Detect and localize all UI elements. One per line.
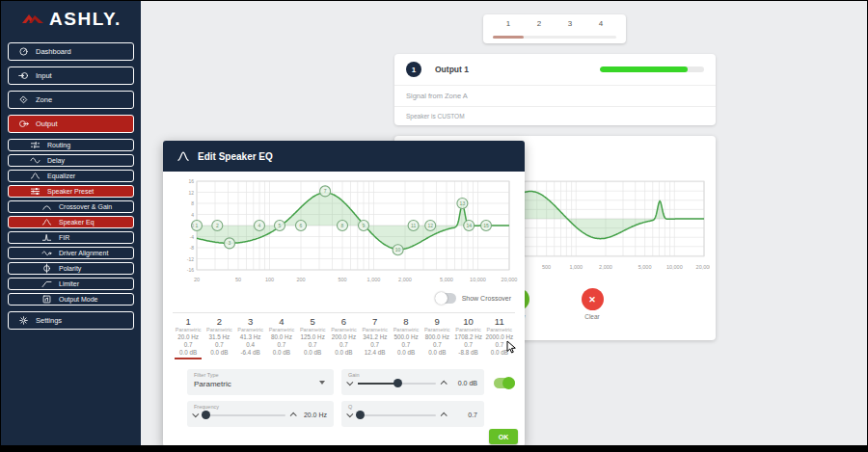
ok-button[interactable]: OK bbox=[489, 429, 518, 444]
band-type: Parametric bbox=[173, 327, 203, 333]
frequency-slider-knob[interactable] bbox=[202, 411, 210, 419]
band-frequency: 20.0 Hz bbox=[173, 333, 203, 341]
svg-text:15: 15 bbox=[483, 223, 489, 228]
svg-text:7: 7 bbox=[324, 188, 327, 194]
eq-handle-15[interactable]: 15 bbox=[481, 221, 492, 231]
eq-handle-11[interactable]: 11 bbox=[408, 221, 419, 231]
eq-band-10[interactable]: 10Parametric1708.2 Hz0.7-8.8 dB bbox=[452, 316, 483, 359]
eq-handle-5[interactable]: 5 bbox=[275, 221, 285, 231]
sidebar-item-label: Speaker Eq bbox=[59, 219, 95, 226]
sidebar-item-label: Output Mode bbox=[59, 296, 97, 303]
band-frequency: 1708.2 Hz bbox=[452, 333, 483, 341]
sidebar-item-speaker-eq[interactable]: Speaker Eq bbox=[8, 216, 134, 228]
eq-handle-10[interactable]: 10 bbox=[393, 245, 403, 255]
eq-handle-9[interactable]: 9 bbox=[359, 221, 369, 231]
eq-band-6[interactable]: 6Parametric200.0 Hz0.70.0 dB bbox=[328, 316, 359, 359]
signal-source-row[interactable]: Signal from Zone A bbox=[394, 86, 716, 107]
sidebar-item-limiter[interactable]: Limiter bbox=[8, 278, 134, 290]
q-slider-knob[interactable] bbox=[356, 411, 365, 419]
clear-label: Clear bbox=[584, 313, 600, 320]
equalizer-icon bbox=[30, 171, 41, 181]
svg-text:-12: -12 bbox=[187, 256, 194, 262]
sidebar-item-settings[interactable]: Settings bbox=[8, 311, 134, 330]
eq-handle-14[interactable]: 14 bbox=[464, 221, 475, 231]
tab-3[interactable]: 3 bbox=[563, 19, 577, 28]
speaker-eq-graph[interactable]: 12345678910111213141520501002005001,0002… bbox=[170, 175, 518, 291]
sidebar-item-polarity[interactable]: Polarity bbox=[8, 262, 134, 275]
eq-handle-3[interactable]: 3 bbox=[225, 238, 235, 249]
svg-text:13: 13 bbox=[460, 200, 466, 206]
sidebar-item-speaker-preset[interactable]: Speaker Preset bbox=[8, 185, 134, 198]
band-frequency: 31.5 Hz bbox=[203, 333, 234, 341]
sidebar-item-label: Zone bbox=[36, 95, 52, 104]
svg-text:12: 12 bbox=[188, 190, 194, 196]
eq-band-1[interactable]: 1Parametric20.0 Hz0.70.0 dB bbox=[173, 316, 203, 359]
sidebar-item-zone[interactable]: Zone bbox=[8, 91, 134, 109]
q-slider[interactable] bbox=[358, 414, 436, 416]
eq-handle-12[interactable]: 12 bbox=[425, 221, 436, 231]
band-enable-toggle[interactable] bbox=[494, 378, 515, 388]
eq-band-7[interactable]: 7Parametric341.2 Hz0.712.4 dB bbox=[360, 316, 391, 359]
eq-handle-7[interactable]: 7 bbox=[320, 186, 331, 197]
eq-handle-4[interactable]: 4 bbox=[255, 221, 265, 231]
sidebar-item-input[interactable]: Input bbox=[8, 66, 134, 85]
sidebar-item-label: Crossover & Gain bbox=[59, 203, 112, 210]
band-frequency: 341.2 Hz bbox=[360, 333, 391, 341]
band-frequency: 125.0 Hz bbox=[297, 333, 328, 341]
clear-eq-button[interactable]: ✕ Clear bbox=[582, 288, 604, 320]
gain-slider[interactable] bbox=[358, 383, 436, 385]
sidebar-item-equalizer[interactable]: Equalizer bbox=[8, 170, 134, 182]
eq-band-2[interactable]: 2Parametric31.5 Hz0.70.0 dB bbox=[203, 316, 234, 359]
band-gain: -6.4 dB bbox=[235, 349, 266, 357]
ashly-logo: ASHLY. bbox=[1, 1, 141, 38]
band-frequency: 2000.0 Hz bbox=[484, 333, 515, 341]
eq-band-9[interactable]: 9Parametric800.0 Hz0.70.0 dB bbox=[421, 316, 452, 359]
output-title: Output 1 bbox=[435, 65, 469, 74]
eq-band-5[interactable]: 5Parametric125.0 Hz0.70.0 dB bbox=[297, 316, 328, 359]
band-type: Parametric bbox=[484, 327, 515, 333]
sidebar-item-crossover-gain[interactable]: Crossover & Gain bbox=[8, 200, 134, 213]
band-type: Parametric bbox=[203, 327, 234, 333]
gain-decrement-icon[interactable] bbox=[346, 379, 353, 386]
sidebar-item-output-mode[interactable]: Output Mode bbox=[8, 293, 134, 306]
tab-4[interactable]: 4 bbox=[594, 19, 608, 28]
svg-text:1,000: 1,000 bbox=[367, 277, 381, 282]
sidebar-item-delay[interactable]: Delay bbox=[8, 154, 134, 167]
eq-handle-13[interactable]: 13 bbox=[457, 199, 468, 209]
filter-type-select[interactable]: Filter Type Parametric bbox=[187, 369, 334, 395]
eq-band-8[interactable]: 8Parametric500.0 Hz0.70.0 dB bbox=[391, 316, 421, 359]
frequency-decrement-icon[interactable] bbox=[192, 411, 199, 417]
frequency-increment-icon[interactable] bbox=[290, 412, 297, 419]
sidebar-item-dashboard[interactable]: Dashboard bbox=[8, 42, 134, 61]
eq-band-11[interactable]: 11Parametric2000.0 Hz0.70.0 dB bbox=[484, 316, 515, 359]
gain-increment-icon[interactable] bbox=[441, 381, 448, 387]
sidebar-item-label: Settings bbox=[36, 316, 62, 325]
tab-1[interactable]: 1 bbox=[502, 19, 515, 28]
frequency-slider[interactable] bbox=[203, 414, 285, 416]
eq-handle-8[interactable]: 8 bbox=[338, 221, 348, 231]
input-icon bbox=[18, 70, 29, 81]
output-tabs-card: 1234 bbox=[483, 14, 626, 43]
q-increment-icon[interactable] bbox=[441, 412, 448, 419]
eq-band-3[interactable]: 3Parametric41.3 Hz0.4-6.4 dB bbox=[235, 316, 266, 359]
output-header-row[interactable]: 1 Output 1 bbox=[394, 54, 716, 86]
speaker-preset-row[interactable]: Speaker is CUSTOM bbox=[394, 107, 716, 124]
dashboard-icon bbox=[18, 46, 29, 57]
eq-band-4[interactable]: 4Parametric80.0 Hz0.70.0 dB bbox=[266, 316, 297, 359]
sidebar-item-output[interactable]: Output bbox=[8, 115, 134, 133]
svg-text:11: 11 bbox=[411, 223, 416, 228]
svg-text:2: 2 bbox=[216, 223, 219, 228]
sidebar-item-routing[interactable]: Routing bbox=[8, 139, 134, 151]
band-type: Parametric bbox=[297, 327, 328, 333]
sidebar-item-fir[interactable]: FIR bbox=[8, 231, 134, 244]
gain-slider-knob[interactable] bbox=[393, 379, 402, 387]
svg-text:200: 200 bbox=[296, 277, 305, 282]
show-crossover-toggle[interactable] bbox=[435, 293, 456, 304]
eq-handle-2[interactable]: 2 bbox=[212, 221, 223, 231]
band-number: 10 bbox=[452, 316, 483, 327]
tab-2[interactable]: 2 bbox=[532, 19, 546, 28]
sidebar-item-label: Limiter bbox=[59, 280, 79, 287]
sidebar-item-driver-alignment[interactable]: Driver Alignment bbox=[8, 247, 134, 259]
eq-handle-6[interactable]: 6 bbox=[296, 221, 307, 231]
q-decrement-icon[interactable] bbox=[346, 411, 353, 417]
